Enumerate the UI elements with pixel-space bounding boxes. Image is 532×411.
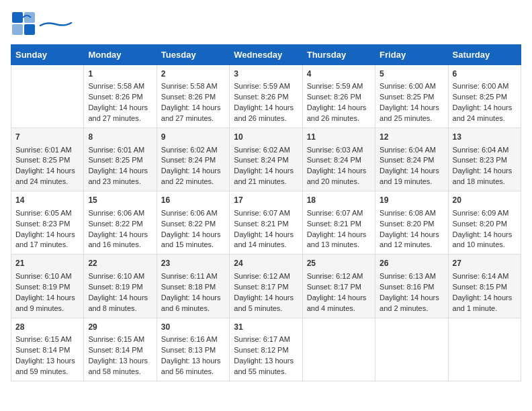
day-info: Sunset: 8:26 PM [234, 92, 298, 103]
header-day: Thursday [302, 45, 375, 65]
day-number: 29 [88, 322, 152, 333]
day-info: and 24 minutes. [453, 113, 517, 124]
day-info: Sunset: 8:25 PM [453, 92, 517, 103]
day-info: Sunset: 8:21 PM [307, 219, 371, 230]
day-info: Daylight: 14 hours [307, 293, 371, 304]
day-info: Daylight: 14 hours [234, 166, 298, 177]
logo [11, 11, 73, 36]
day-info: and 25 minutes. [380, 113, 443, 124]
day-info: and 27 minutes. [161, 113, 225, 124]
day-info: Daylight: 14 hours [161, 230, 225, 240]
calendar-table: SundayMondayTuesdayWednesdayThursdayFrid… [11, 44, 521, 381]
day-number: 7 [15, 132, 79, 143]
day-info: and 9 minutes. [15, 304, 79, 314]
calendar-cell: 27Sunrise: 6:14 AMSunset: 8:15 PMDayligh… [448, 255, 521, 318]
calendar-cell: 18Sunrise: 6:07 AMSunset: 8:21 PMDayligh… [302, 191, 375, 255]
calendar-week: 14Sunrise: 6:05 AMSunset: 8:23 PMDayligh… [11, 191, 521, 255]
day-info: Sunrise: 5:59 AM [234, 81, 298, 92]
day-info: Sunrise: 6:12 AM [234, 271, 298, 282]
day-info: Daylight: 13 hours [161, 356, 225, 367]
day-info: Sunrise: 6:10 AM [88, 271, 152, 282]
day-info: Daylight: 13 hours [15, 356, 79, 367]
day-number: 16 [161, 195, 225, 206]
day-info: and 20 minutes. [307, 177, 371, 187]
day-info: Sunset: 8:20 PM [380, 219, 443, 230]
calendar-cell [11, 65, 84, 128]
calendar-week: 28Sunrise: 6:15 AMSunset: 8:14 PMDayligh… [11, 318, 521, 381]
header-day: Friday [375, 45, 448, 65]
day-info: Daylight: 14 hours [234, 293, 298, 304]
day-info: Sunrise: 6:06 AM [88, 208, 152, 219]
day-info: and 5 minutes. [234, 304, 298, 314]
day-info: Sunset: 8:22 PM [88, 219, 152, 230]
svg-rect-0 [12, 12, 23, 23]
day-info: Sunrise: 6:02 AM [234, 145, 298, 156]
day-info: Sunset: 8:25 PM [88, 155, 152, 166]
day-number: 9 [161, 132, 225, 143]
calendar-cell: 8Sunrise: 6:01 AMSunset: 8:25 PMDaylight… [84, 128, 157, 191]
calendar-week: 21Sunrise: 6:10 AMSunset: 8:19 PMDayligh… [11, 255, 521, 318]
day-info: Sunrise: 6:07 AM [307, 208, 371, 219]
day-number: 14 [15, 195, 79, 206]
calendar-cell: 4Sunrise: 5:59 AMSunset: 8:26 PMDaylight… [302, 65, 375, 128]
day-info: and 13 minutes. [307, 240, 371, 250]
day-info: and 26 minutes. [307, 113, 371, 124]
day-info: Daylight: 14 hours [88, 103, 152, 113]
day-number: 8 [88, 132, 152, 143]
day-info: and 15 minutes. [161, 240, 225, 250]
day-info: Daylight: 14 hours [15, 166, 79, 177]
svg-rect-1 [24, 12, 35, 23]
day-info: Sunset: 8:19 PM [15, 282, 79, 293]
day-info: and 24 minutes. [15, 177, 79, 187]
day-info: Sunrise: 5:58 AM [161, 81, 225, 92]
day-info: Sunset: 8:24 PM [307, 155, 371, 166]
calendar-cell: 2Sunrise: 5:58 AMSunset: 8:26 PMDaylight… [157, 65, 229, 128]
day-info: Sunrise: 6:16 AM [161, 334, 225, 345]
calendar-cell: 7Sunrise: 6:01 AMSunset: 8:25 PMDaylight… [11, 128, 84, 191]
header-day: Saturday [448, 45, 521, 65]
day-info: and 12 minutes. [380, 240, 443, 250]
day-info: Daylight: 14 hours [307, 103, 371, 113]
calendar-cell: 14Sunrise: 6:05 AMSunset: 8:23 PMDayligh… [11, 191, 84, 255]
day-info: Sunset: 8:12 PM [234, 345, 298, 356]
day-number: 21 [15, 258, 79, 269]
day-info: Daylight: 14 hours [307, 230, 371, 240]
calendar-cell [375, 318, 448, 381]
day-info: Sunrise: 6:07 AM [234, 208, 298, 219]
day-info: Daylight: 14 hours [307, 166, 371, 177]
day-info: Sunrise: 6:17 AM [234, 334, 298, 345]
header-row: SundayMondayTuesdayWednesdayThursdayFrid… [11, 45, 521, 65]
calendar-cell: 25Sunrise: 6:12 AMSunset: 8:17 PMDayligh… [302, 255, 375, 318]
day-number: 6 [453, 68, 517, 80]
day-number: 17 [234, 195, 298, 206]
day-number: 4 [307, 68, 371, 80]
day-info: and 16 minutes. [88, 240, 152, 250]
day-info: and 8 minutes. [88, 304, 152, 314]
day-info: Sunset: 8:24 PM [161, 155, 225, 166]
day-info: Sunset: 8:18 PM [161, 282, 225, 293]
day-info: Sunrise: 6:04 AM [453, 145, 517, 156]
day-info: Daylight: 14 hours [380, 166, 443, 177]
day-info: and 22 minutes. [161, 177, 225, 187]
day-info: Daylight: 14 hours [453, 166, 517, 177]
day-info: Sunset: 8:22 PM [161, 219, 225, 230]
svg-rect-3 [24, 24, 35, 35]
day-number: 31 [234, 322, 298, 333]
calendar-cell: 6Sunrise: 6:00 AMSunset: 8:25 PMDaylight… [448, 65, 521, 128]
calendar-cell [448, 318, 521, 381]
day-info: Sunset: 8:25 PM [15, 155, 79, 166]
day-number: 25 [307, 258, 371, 269]
day-info: Sunset: 8:23 PM [453, 155, 517, 166]
day-info: Daylight: 13 hours [88, 356, 152, 367]
day-info: Sunrise: 6:09 AM [453, 208, 517, 219]
day-info: Sunrise: 6:10 AM [15, 271, 79, 282]
day-info: and 59 minutes. [15, 367, 79, 377]
calendar-cell: 30Sunrise: 6:16 AMSunset: 8:13 PMDayligh… [157, 318, 229, 381]
calendar-cell: 11Sunrise: 6:03 AMSunset: 8:24 PMDayligh… [302, 128, 375, 191]
day-info: Sunset: 8:26 PM [307, 92, 371, 103]
day-info: Sunset: 8:14 PM [88, 345, 152, 356]
day-number: 20 [453, 195, 517, 206]
day-info: Sunset: 8:23 PM [15, 219, 79, 230]
day-info: Sunrise: 6:15 AM [15, 334, 79, 345]
calendar-cell: 20Sunrise: 6:09 AMSunset: 8:20 PMDayligh… [448, 191, 521, 255]
